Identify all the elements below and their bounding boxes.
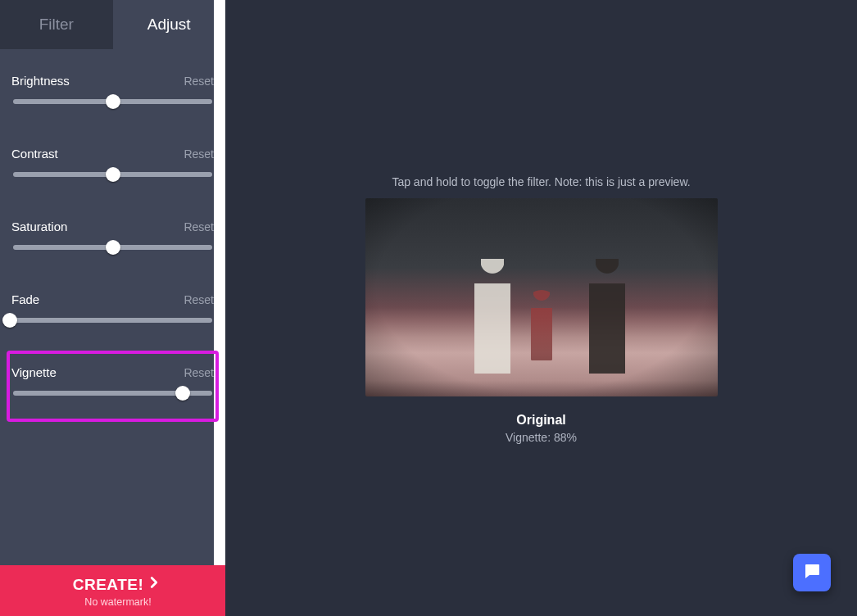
vignette-label: Vignette	[11, 365, 57, 379]
control-saturation: Saturation Reset	[10, 220, 215, 258]
control-fade: Fade Reset	[10, 292, 215, 331]
preview-image[interactable]	[365, 198, 718, 396]
fade-label: Fade	[11, 292, 39, 306]
control-vignette: Vignette Reset	[7, 351, 219, 422]
adjust-controls: Brightness Reset Contrast Reset Saturati…	[0, 49, 225, 616]
chat-icon	[802, 561, 822, 584]
saturation-reset[interactable]: Reset	[184, 220, 214, 233]
chevron-right-icon	[145, 573, 163, 596]
create-button-label: CREATE!	[73, 576, 144, 594]
contrast-label: Contrast	[11, 147, 58, 161]
preview-readout: Vignette: 88%	[506, 431, 577, 444]
tab-filter[interactable]: Filter	[0, 0, 113, 49]
create-button-subtext: No watermark!	[84, 596, 151, 608]
preview-figure	[578, 259, 636, 382]
tab-bar: Filter Adjust	[0, 0, 225, 49]
vignette-reset[interactable]: Reset	[184, 366, 214, 379]
preview-hint: Tap and hold to toggle the filter. Note:…	[392, 175, 690, 188]
saturation-slider[interactable]	[10, 240, 215, 255]
saturation-label: Saturation	[11, 220, 67, 233]
vignette-slider[interactable]	[10, 386, 215, 401]
preview-figure	[525, 290, 558, 364]
preview-pane: Tap and hold to toggle the filter. Note:…	[225, 0, 857, 616]
control-brightness: Brightness Reset	[10, 74, 215, 112]
sidebar-scrollbar[interactable]	[214, 0, 225, 616]
fade-slider-thumb[interactable]	[2, 313, 17, 328]
sidebar: Filter Adjust Brightness Reset Contrast …	[0, 0, 225, 616]
preview-title: Original	[516, 413, 565, 428]
brightness-slider[interactable]	[10, 94, 215, 109]
saturation-slider-thumb[interactable]	[106, 240, 120, 255]
brightness-reset[interactable]: Reset	[184, 75, 214, 88]
brightness-slider-thumb[interactable]	[106, 94, 120, 109]
vignette-slider-thumb[interactable]	[175, 386, 190, 401]
fade-slider[interactable]	[10, 313, 215, 328]
control-contrast: Contrast Reset	[10, 147, 215, 185]
contrast-slider[interactable]	[10, 167, 215, 182]
tab-adjust[interactable]: Adjust	[113, 0, 226, 49]
contrast-slider-thumb[interactable]	[106, 167, 120, 182]
preview-figure	[464, 259, 521, 382]
chat-button[interactable]	[793, 554, 831, 591]
contrast-reset[interactable]: Reset	[184, 147, 214, 161]
brightness-label: Brightness	[11, 74, 70, 88]
fade-reset[interactable]: Reset	[184, 293, 214, 306]
create-button[interactable]: CREATE! No watermark!	[0, 565, 236, 616]
